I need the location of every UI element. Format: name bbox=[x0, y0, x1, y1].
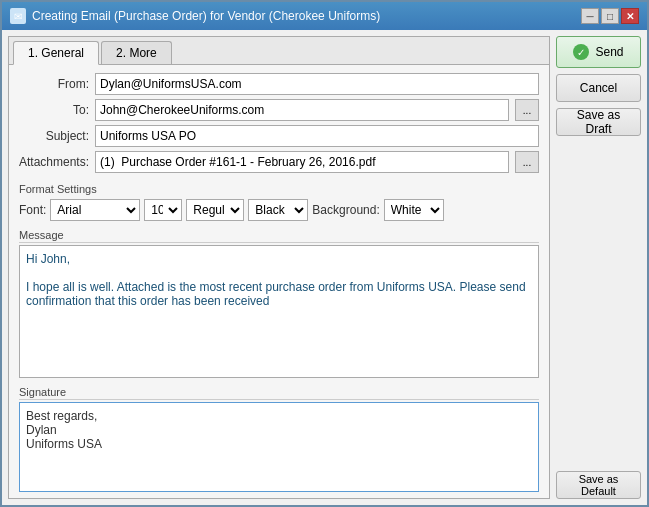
sidebar: ✓ Send Cancel Save as Draft Save as Defa… bbox=[556, 36, 641, 499]
attachments-label: Attachments: bbox=[19, 155, 89, 169]
to-browse-button[interactable]: ... bbox=[515, 99, 539, 121]
cancel-button[interactable]: Cancel bbox=[556, 74, 641, 102]
signature-section: Signature bbox=[9, 382, 549, 498]
signature-section-label: Signature bbox=[19, 386, 539, 400]
font-select[interactable]: Arial bbox=[50, 199, 140, 221]
font-color-select[interactable]: Black bbox=[248, 199, 308, 221]
message-section-label: Message bbox=[19, 229, 539, 243]
signature-textarea[interactable] bbox=[19, 402, 539, 492]
send-button[interactable]: ✓ Send bbox=[556, 36, 641, 68]
title-bar: ✉ Creating Email (Purchase Order) for Ve… bbox=[2, 2, 647, 30]
font-label: Font: bbox=[19, 203, 46, 217]
main-content-panel: 1. General 2. More From: To: ... Subject… bbox=[8, 36, 550, 499]
window-title: Creating Email (Purchase Order) for Vend… bbox=[32, 9, 380, 23]
format-settings-section-label: Format Settings bbox=[9, 181, 549, 195]
close-button[interactable]: ✕ bbox=[621, 8, 639, 24]
tab-bar: 1. General 2. More bbox=[9, 37, 549, 65]
font-style-select[interactable]: Regula bbox=[186, 199, 244, 221]
message-section: Message bbox=[9, 225, 549, 382]
window-icon: ✉ bbox=[10, 8, 26, 24]
from-label: From: bbox=[19, 77, 89, 91]
minimize-button[interactable]: ─ bbox=[581, 8, 599, 24]
title-controls: ─ □ ✕ bbox=[581, 8, 639, 24]
send-button-label: Send bbox=[595, 45, 623, 59]
tab-more[interactable]: 2. More bbox=[101, 41, 172, 64]
save-default-button[interactable]: Save as Default bbox=[556, 471, 641, 499]
from-row: From: bbox=[19, 73, 539, 95]
form-area: From: To: ... Subject: Attachments: ... bbox=[9, 65, 549, 181]
maximize-button[interactable]: □ bbox=[601, 8, 619, 24]
subject-row: Subject: bbox=[19, 125, 539, 147]
window-body: 1. General 2. More From: To: ... Subject… bbox=[2, 30, 647, 505]
save-draft-button[interactable]: Save as Draft bbox=[556, 108, 641, 136]
subject-input[interactable] bbox=[95, 125, 539, 147]
tab-general[interactable]: 1. General bbox=[13, 41, 99, 65]
to-row: To: ... bbox=[19, 99, 539, 121]
to-input[interactable] bbox=[95, 99, 509, 121]
attachments-row: Attachments: ... bbox=[19, 151, 539, 173]
send-check-icon: ✓ bbox=[573, 44, 589, 60]
from-input[interactable] bbox=[95, 73, 539, 95]
background-label: Background: bbox=[312, 203, 379, 217]
attachments-input[interactable] bbox=[95, 151, 509, 173]
to-label: To: bbox=[19, 103, 89, 117]
font-size-select[interactable]: 10 bbox=[144, 199, 182, 221]
attachments-browse-button[interactable]: ... bbox=[515, 151, 539, 173]
message-textarea[interactable] bbox=[19, 245, 539, 378]
main-window: ✉ Creating Email (Purchase Order) for Ve… bbox=[0, 0, 649, 507]
title-bar-left: ✉ Creating Email (Purchase Order) for Ve… bbox=[10, 8, 380, 24]
background-color-select[interactable]: White bbox=[384, 199, 444, 221]
subject-label: Subject: bbox=[19, 129, 89, 143]
format-settings-row: Font: Arial 10 Regula Black Background: … bbox=[9, 195, 549, 225]
sidebar-spacer bbox=[556, 142, 641, 465]
